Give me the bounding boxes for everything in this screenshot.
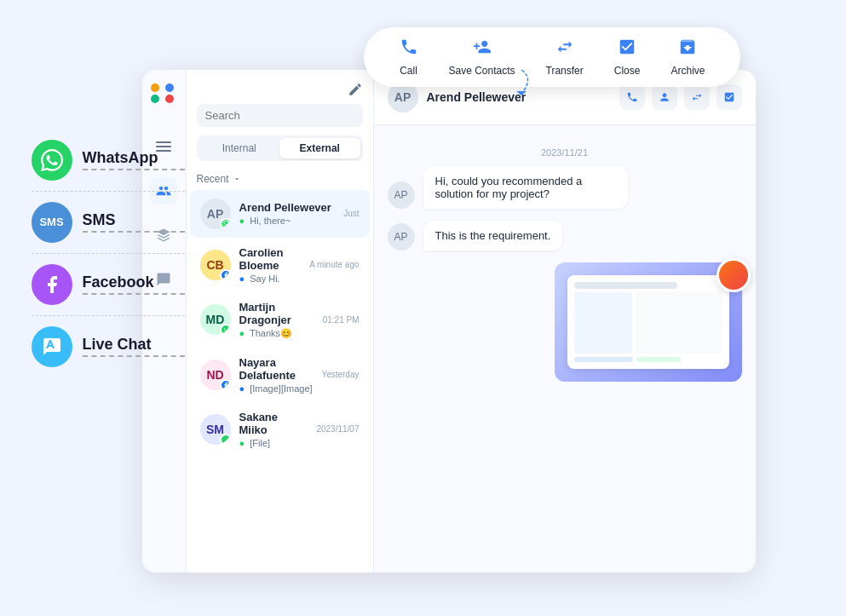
facebook-dashed-line [83, 293, 185, 295]
chat-transfer-btn[interactable] [684, 84, 710, 110]
message-row-1: AP Hi, could you recommended a solution … [388, 166, 742, 209]
badge-fb-2 [220, 269, 231, 280]
sms-icon: SMS [32, 202, 72, 243]
chat-preview-wrapper [388, 262, 742, 386]
conv-info-1: Arend Pellewever ● Hi, there~ [239, 201, 336, 226]
tab-bar: Internal External [197, 135, 363, 161]
conv-item-1[interactable]: AP Arend Pellewever ● Hi, there~ Just [190, 190, 370, 238]
facebook-icon [32, 264, 72, 305]
tab-internal[interactable]: Internal [199, 138, 280, 158]
chat-actions [619, 84, 742, 110]
conv-preview-1: ● Hi, there~ [239, 216, 336, 226]
conv-preview-2: ● Say Hi. [239, 273, 302, 284]
compose-icon[interactable] [348, 82, 363, 97]
search-bar [197, 104, 363, 127]
chat-call-btn[interactable] [619, 84, 645, 110]
avatar-4: ND [200, 360, 231, 390]
save-contacts-icon [473, 37, 492, 61]
conv-name-3: Martijn Dragonjer [239, 301, 314, 326]
whatsapp-text-group: WhatsApp [83, 149, 185, 170]
msg-bubble-2: This is the requirement. [423, 221, 563, 250]
preview-inner-card [567, 275, 729, 369]
archive-label: Archive [670, 65, 705, 77]
conv-item-2[interactable]: CB Carolien Bloeme ● Say Hi. A minute ag… [190, 238, 370, 292]
conv-name-1: Arend Pellewever [239, 201, 336, 214]
transfer-label: Transfer [546, 65, 584, 77]
message-row-2: AP This is the requirement. [388, 221, 742, 250]
sms-label: SMS [83, 211, 185, 229]
livechat-icon [32, 326, 72, 367]
channel-whatsapp[interactable]: WhatsApp [32, 130, 185, 192]
call-label: Call [400, 65, 417, 77]
close-check-icon [618, 37, 636, 61]
facebook-label: Facebook [83, 273, 185, 291]
app-logo [151, 83, 176, 109]
date-divider: 2023/11/21 [388, 147, 742, 158]
scene: Call Save Contacts Transfer Close Archiv… [32, 27, 815, 590]
conv-name-2: Carolien Bloeme [239, 246, 302, 272]
conv-item-4[interactable]: ND Nayara Delafuente ● [Image][Image] Ye… [190, 348, 370, 402]
channel-livechat[interactable]: Live Chat [32, 316, 185, 377]
channel-sms[interactable]: SMS SMS [32, 192, 185, 254]
top-toolbar: Call Save Contacts Transfer Close Archiv… [364, 27, 741, 87]
whatsapp-icon [32, 140, 72, 181]
conv-time-1: Just [343, 209, 359, 218]
sms-text-group: SMS [83, 211, 185, 233]
chat-messages: 2023/11/21 AP Hi, could you recommended … [374, 125, 756, 573]
conv-info-5: Sakane Miiko ● [File] [239, 411, 308, 448]
conv-section-label: Recent [187, 170, 373, 190]
msg-avatar-1: AP [388, 181, 415, 209]
msg-avatar-2: AP [388, 223, 415, 250]
conv-time-4: Yesterday [321, 370, 359, 379]
conv-time-5: 2023/11/07 [316, 424, 359, 434]
main-card: Internal External Recent AP A [142, 70, 756, 573]
badge-fb-4 [220, 379, 231, 390]
conv-preview-3: ● Thanks😊 [239, 328, 314, 339]
chat-preview-container [555, 262, 742, 386]
conv-info-3: Martijn Dragonjer ● Thanks😊 [239, 301, 314, 339]
svg-marker-0 [516, 91, 527, 95]
whatsapp-label: WhatsApp [83, 149, 185, 167]
chat-panel: AP Arend Pellewever [374, 70, 756, 573]
whatsapp-dashed-line [83, 169, 185, 170]
livechat-dashed-line [83, 355, 185, 357]
transfer-icon [555, 37, 574, 61]
sms-dashed-line [83, 231, 185, 233]
conv-list: AP Arend Pellewever ● Hi, there~ Just [187, 190, 373, 573]
channel-facebook[interactable]: Facebook [32, 254, 185, 316]
conv-info-2: Carolien Bloeme ● Say Hi. [239, 246, 302, 284]
msg-bubble-1: Hi, could you recommended a solution for… [423, 166, 628, 209]
call-icon [400, 37, 418, 61]
chat-preview-image [555, 262, 742, 382]
conv-item-5[interactable]: SM Sakane Miiko ● [File] 2023/11/07 [190, 402, 370, 457]
conv-time-2: A minute ago [309, 260, 359, 269]
conversations-panel: Internal External Recent AP A [187, 70, 374, 573]
search-input[interactable] [205, 109, 348, 122]
badge-wa-1 [220, 218, 231, 229]
archive-icon [678, 37, 697, 61]
livechat-text-group: Live Chat [83, 336, 185, 357]
avatar-1: AP [200, 199, 231, 229]
toolbar-transfer-action[interactable]: Transfer [531, 37, 599, 77]
conv-time-3: 01:21 PM [323, 315, 360, 325]
toolbar-close-action[interactable]: Close [599, 37, 656, 77]
avatar-2: CB [200, 250, 231, 280]
preview-user-avatar [717, 258, 751, 292]
conv-name-4: Nayara Delafuente [239, 356, 314, 382]
conv-preview-4: ● [Image][Image] [239, 383, 314, 394]
conv-name-5: Sakane Miiko [239, 411, 308, 436]
toolbar-arrow [504, 70, 538, 99]
conv-info-4: Nayara Delafuente ● [Image][Image] [239, 356, 314, 394]
chat-contact-btn[interactable] [652, 84, 677, 110]
conv-item-3[interactable]: MD Martijn Dragonjer ● Thanks😊 01:21 PM [190, 292, 370, 348]
close-label: Close [614, 65, 641, 77]
badge-wa-5 [220, 434, 231, 445]
chat-close-btn[interactable] [717, 84, 742, 110]
toolbar-call-action[interactable]: Call [384, 37, 434, 77]
avatar-3: MD [200, 304, 231, 335]
toolbar-archive-action[interactable]: Archive [655, 37, 720, 77]
channels-panel: WhatsApp SMS SMS Facebook [32, 130, 185, 377]
conv-header [187, 70, 373, 104]
section-chevron-icon [233, 175, 241, 183]
tab-external[interactable]: External [279, 138, 360, 158]
